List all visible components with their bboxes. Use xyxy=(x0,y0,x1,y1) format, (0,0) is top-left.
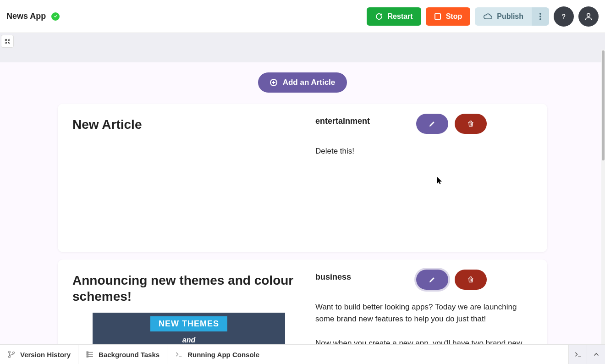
svg-rect-0 xyxy=(435,14,440,19)
stop-label: Stop xyxy=(446,12,462,21)
article-body: Delete this! xyxy=(315,145,533,157)
tab-label: Version History xyxy=(20,351,71,358)
svg-point-1 xyxy=(539,13,541,15)
header-actions: Restart Stop Publish xyxy=(367,6,599,27)
edit-article-button[interactable] xyxy=(416,114,448,134)
help-button[interactable] xyxy=(554,6,574,27)
article-title: New Article xyxy=(72,116,306,132)
app-header: News App Restart Stop Publish xyxy=(0,0,605,33)
delete-article-button[interactable] xyxy=(455,114,487,134)
trash-icon xyxy=(467,276,474,283)
publish-group: Publish xyxy=(475,7,549,26)
help-icon xyxy=(559,12,568,21)
article-body-p: Want to build better looking apps? Today… xyxy=(315,301,533,325)
design-strip xyxy=(0,33,605,50)
app-viewport: Add an Article New Article entertainment… xyxy=(0,50,605,344)
more-vert-icon xyxy=(539,13,541,20)
bottom-bar: Version History Background Tasks Running… xyxy=(0,344,605,364)
account-button[interactable] xyxy=(578,6,599,27)
tab-running-console[interactable]: Running App Console xyxy=(167,345,267,364)
publish-button[interactable]: Publish xyxy=(475,7,532,26)
stop-button[interactable]: Stop xyxy=(426,7,471,26)
image-text: and xyxy=(182,336,195,344)
chevron-up-icon xyxy=(593,351,600,358)
article-card: New Article entertainment Delete this! xyxy=(58,104,547,252)
delete-article-button[interactable] xyxy=(455,270,487,290)
tab-version-history[interactable]: Version History xyxy=(0,345,78,364)
collapse-icon xyxy=(4,38,11,44)
add-article-button[interactable]: Add an Article xyxy=(258,72,347,93)
add-article-label: Add an Article xyxy=(283,78,336,87)
pencil-icon xyxy=(429,276,436,283)
open-console-button[interactable] xyxy=(568,345,587,364)
svg-point-9 xyxy=(13,352,15,353)
terminal-icon xyxy=(175,350,183,358)
status-ok-badge xyxy=(51,12,60,21)
svg-point-4 xyxy=(563,18,564,19)
branch-icon xyxy=(7,350,16,358)
article-body-p: Now when you create a new app, you'll ha… xyxy=(315,337,533,344)
cloud-upload-icon xyxy=(483,12,492,21)
image-text: NEW THEMES xyxy=(150,316,227,331)
expand-panel-button[interactable] xyxy=(587,345,605,364)
check-icon xyxy=(53,14,58,19)
article-image: NEW THEMES and COLOUR SCHEMES xyxy=(93,313,285,344)
refresh-icon xyxy=(375,12,383,21)
restart-button[interactable]: Restart xyxy=(367,7,421,26)
svg-point-2 xyxy=(539,16,541,17)
svg-point-3 xyxy=(539,18,541,20)
edit-article-button[interactable] xyxy=(416,270,448,290)
pencil-icon xyxy=(429,120,436,127)
publish-more-button[interactable] xyxy=(532,7,549,26)
svg-point-8 xyxy=(9,356,11,358)
article-title: Announcing new themes and colour schemes… xyxy=(72,272,306,304)
user-icon xyxy=(584,12,593,21)
stack-icon xyxy=(86,350,94,358)
plus-circle-icon xyxy=(270,79,277,86)
restart-label: Restart xyxy=(388,12,413,21)
article-body: Want to build better looking apps? Today… xyxy=(315,301,533,344)
stop-icon xyxy=(434,13,441,20)
tab-label: Background Tasks xyxy=(99,351,160,358)
trash-icon xyxy=(467,120,474,127)
tab-label: Running App Console xyxy=(187,351,259,358)
tab-background-tasks[interactable]: Background Tasks xyxy=(78,345,167,364)
article-card: Announcing new themes and colour schemes… xyxy=(58,259,547,344)
svg-point-7 xyxy=(9,351,11,353)
prompt-icon xyxy=(574,350,582,358)
publish-label: Publish xyxy=(497,12,523,21)
collapse-button[interactable] xyxy=(1,35,14,48)
app-title: News App xyxy=(6,11,46,21)
svg-point-5 xyxy=(587,13,590,17)
